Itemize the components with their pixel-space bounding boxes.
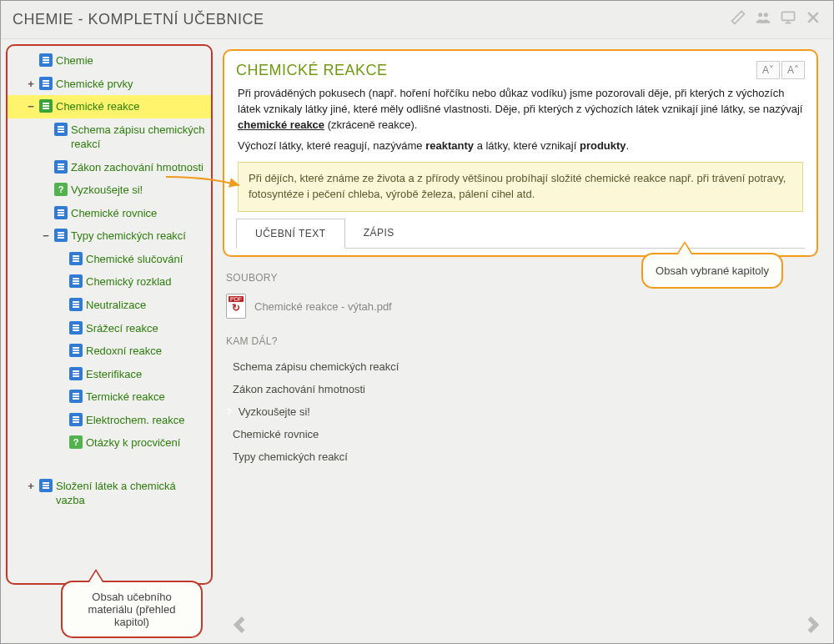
tree-item-label: Neutralizace <box>86 298 206 313</box>
next-link[interactable]: Zákon zachování hmotnosti <box>224 378 818 400</box>
tree-item-label: Vyzkoušejte si! <box>71 183 206 198</box>
tree-item-label: Srážecí reakce <box>86 321 206 336</box>
next-link[interactable]: Schema zápisu chemických reakcí <box>224 355 818 378</box>
next-link-label: Chemické rovnice <box>233 428 319 440</box>
tree-item[interactable]: Redoxní reakce <box>8 340 211 363</box>
next-heading: KAM DÁL? <box>226 335 818 347</box>
font-decrease-button[interactable]: A˅ <box>756 61 780 79</box>
tree-item-label: Typy chemických reakcí <box>71 229 206 244</box>
tree-item[interactable]: Zákon zachování hmotnosti <box>8 156 211 179</box>
content-area: CHEMICKÉ REAKCE A˅ A˄ Při prováděných po… <box>218 39 833 643</box>
page-icon <box>69 344 83 357</box>
page-icon <box>69 321 83 335</box>
page-icon <box>39 77 53 90</box>
page-icon <box>69 252 83 265</box>
tree-item[interactable]: Chemický rozklad <box>8 270 211 294</box>
tree-item-label: Schema zápisu chemických reakcí <box>71 123 206 152</box>
next-link[interactable]: Typy chemických reakcí <box>224 445 818 468</box>
svg-point-1 <box>764 13 768 17</box>
tree-item-label: Elektrochem. reakce <box>86 413 206 428</box>
tree-item[interactable]: +Složení látek a chemická vazba <box>8 475 211 512</box>
toggle-icon[interactable]: − <box>26 99 36 114</box>
toggle-icon[interactable]: + <box>26 479 36 494</box>
tree-item[interactable]: Srážecí reakce <box>8 317 211 340</box>
header-actions <box>730 9 821 30</box>
tree-item[interactable]: Chemické rovnice <box>8 202 211 225</box>
content-tabs: UČEBNÍ TEXT ZÁPIS <box>236 219 805 249</box>
page-icon <box>69 298 83 311</box>
next-page-button[interactable] <box>801 612 826 640</box>
tree-item[interactable]: Otázky k procvičení <box>8 431 211 455</box>
tree-item[interactable]: Neutralizace <box>8 294 211 317</box>
tree-item[interactable]: −Typy chemických reakcí <box>8 224 211 248</box>
file-attachment[interactable]: PDF↻ Chemické reakce - výtah.pdf <box>223 292 818 320</box>
tree-item-label: Chemické rovnice <box>71 206 206 221</box>
tree-item[interactable]: Elektrochem. reakce <box>8 409 211 432</box>
edit-icon[interactable] <box>730 9 746 30</box>
tree-item-label: Chemické slučování <box>86 252 206 267</box>
chapter-tree: Chemie+Chemické prvky−Chemické reakceSch… <box>8 49 211 512</box>
next-link[interactable]: Chemické rovnice <box>224 423 818 445</box>
tree-item-label: Otázky k procvičení <box>86 435 206 450</box>
tree-item-label: Chemické reakce <box>56 99 206 114</box>
tree-item[interactable]: Termické reakce <box>8 385 211 409</box>
display-icon[interactable] <box>780 9 796 30</box>
help-icon <box>226 405 232 418</box>
content-outline: CHEMICKÉ REAKCE A˅ A˄ Při prováděných po… <box>223 49 818 257</box>
tree-item[interactable]: Chemické slučování <box>8 248 211 271</box>
svg-point-0 <box>758 13 762 17</box>
sidebar-outline: Chemie+Chemické prvky−Chemické reakceSch… <box>6 44 213 585</box>
page-icon <box>54 206 68 219</box>
help-icon <box>69 435 83 449</box>
tab-zapis[interactable]: ZÁPIS <box>345 219 413 248</box>
tree-item-label: Zákon zachování hmotnosti <box>71 160 206 175</box>
tree-item-label: Chemický rozklad <box>86 274 206 289</box>
tree-item[interactable]: Vyzkoušejte si! <box>8 179 211 202</box>
page-icon <box>69 390 83 403</box>
tree-item[interactable]: Esterifikace <box>8 363 211 386</box>
content-title: CHEMICKÉ REAKCE <box>236 62 388 79</box>
page-icon <box>39 99 53 113</box>
next-link[interactable]: Vyzkoušejte si! <box>224 400 818 423</box>
tab-ucebni-text[interactable]: UČEBNÍ TEXT <box>236 219 345 249</box>
page-icon <box>54 123 68 136</box>
page-icon <box>39 53 53 67</box>
paragraph-1: Při prováděných pokusech (např. hoření h… <box>238 86 803 133</box>
tree-item-label: Chemické prvky <box>56 77 206 92</box>
toggle-icon[interactable]: − <box>41 229 51 244</box>
prev-page-button[interactable] <box>226 612 251 640</box>
page-title: CHEMIE - KOMPLETNÍ UČEBNICE <box>13 11 264 28</box>
callout-content: Obsah vybrané kapitoly <box>641 253 783 289</box>
file-name: Chemické reakce - výtah.pdf <box>254 300 392 313</box>
header-bar: CHEMIE - KOMPLETNÍ UČEBNICE <box>1 1 833 39</box>
sidebar: Chemie+Chemické prvky−Chemické reakceSch… <box>1 39 218 643</box>
tree-item-label: Složení látek a chemická vazba <box>56 479 206 508</box>
page-icon <box>69 413 83 426</box>
svg-rect-2 <box>782 12 795 20</box>
page-icon <box>69 274 83 288</box>
tree-item[interactable]: Chemie <box>8 49 211 73</box>
help-icon <box>54 183 68 196</box>
toggle-icon[interactable]: + <box>26 77 36 92</box>
tree-item-label: Esterifikace <box>86 367 206 382</box>
tree-item-label: Termické reakce <box>86 390 206 405</box>
pdf-icon: PDF↻ <box>226 294 246 319</box>
tree-item[interactable]: +Chemické prvky <box>8 73 211 96</box>
users-icon[interactable] <box>755 9 771 30</box>
next-links: Schema zápisu chemických reakcíZákon zac… <box>224 355 818 468</box>
tree-item-label: Redoxní reakce <box>86 344 206 359</box>
tree-item[interactable]: Schema zápisu chemických reakcí <box>8 118 211 156</box>
tree-item-label: Chemie <box>56 53 206 68</box>
page-icon <box>39 479 53 492</box>
page-icon <box>54 229 68 242</box>
font-increase-button[interactable]: A˄ <box>781 61 805 79</box>
close-icon[interactable] <box>805 9 821 30</box>
note-box: Při dějích, které známe ze života a z př… <box>238 162 803 212</box>
page-icon <box>69 367 83 380</box>
next-link-label: Schema zápisu chemických reakcí <box>233 360 399 373</box>
paragraph-2: Výchozí látky, které reagují, nazýváme r… <box>238 138 803 154</box>
page-icon <box>54 160 68 174</box>
callout-sidebar: Obsah učebního materiálu (přehled kapito… <box>61 581 203 638</box>
next-link-label: Vyzkoušejte si! <box>239 405 310 418</box>
tree-item[interactable]: −Chemické reakce <box>8 95 211 118</box>
